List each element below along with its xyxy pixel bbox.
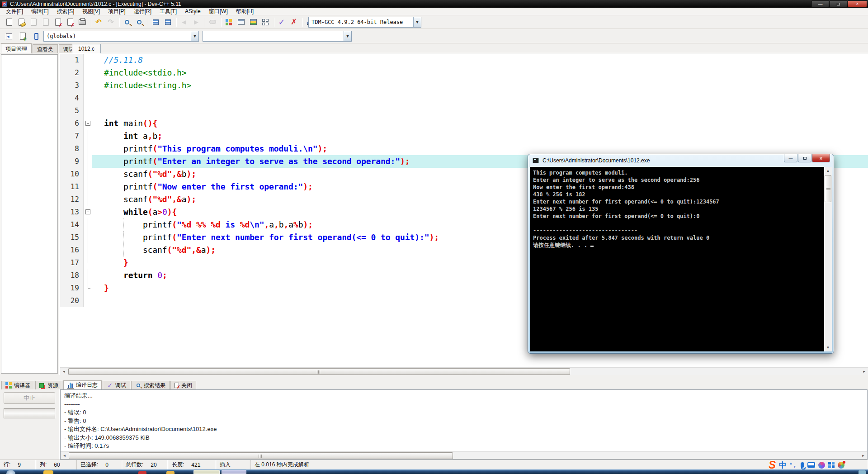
menu-item-F[interactable]: 文件[F] (2, 8, 27, 15)
titlebar[interactable]: D C:\Users\Administrator\Documents\1012.… (0, 0, 868, 8)
toolbox-icon[interactable] (828, 462, 835, 468)
punctuation-icon[interactable]: °， (790, 461, 797, 469)
goto-function-icon[interactable] (162, 17, 173, 28)
left-tab-查看类[interactable]: 查看类 (33, 44, 58, 53)
compile-run-icon[interactable] (248, 17, 259, 28)
goto-line-icon[interactable] (150, 17, 161, 28)
menu-item-T[interactable]: 工具[T] (156, 8, 181, 15)
code-line-6[interactable]: int main(){ (92, 117, 868, 130)
code-line-1[interactable]: //5.11.8 (92, 54, 868, 66)
console-vscroll-thumb[interactable] (825, 175, 831, 202)
back-icon[interactable]: ◀ (179, 17, 189, 28)
menu-item-P[interactable]: 项目[P] (104, 8, 130, 15)
remove-file-icon[interactable] (31, 31, 42, 42)
sogou-logo-icon[interactable]: S (769, 459, 776, 471)
menu-item-V[interactable]: 视图[V] (78, 8, 104, 15)
scroll-left-icon[interactable]: ◂ (60, 368, 68, 375)
console-maximize-button[interactable] (798, 154, 811, 162)
abort-cross-icon[interactable]: ✗ (288, 17, 299, 28)
undo-icon[interactable]: ↶ (93, 17, 104, 28)
scope-select[interactable]: (globals) ▼ (43, 31, 199, 42)
bottom-tab-资源[interactable]: 资源 (35, 381, 62, 389)
bottom-tab-关闭[interactable]: 关闭 (170, 381, 196, 389)
editor-tab-1012c[interactable]: 1012.c (72, 44, 101, 53)
close-all-icon[interactable] (65, 17, 75, 28)
bottom-tab-调试[interactable]: ✓调试 (103, 381, 130, 389)
rebuild-icon[interactable] (260, 17, 271, 28)
console-vscrollbar[interactable]: ▲ ▼ (824, 167, 832, 351)
menu-item-AStyle[interactable]: AStyle (181, 8, 205, 15)
maximize-button[interactable] (830, 0, 847, 7)
forward-icon[interactable]: ▶ (191, 17, 202, 28)
bottom-tab-搜索结果[interactable]: 搜索结果 (131, 381, 170, 389)
code-line-5[interactable] (92, 104, 868, 117)
fold-marker[interactable] (84, 206, 92, 218)
minimize-button[interactable]: — (811, 0, 829, 7)
redo-icon[interactable]: ↷ (105, 17, 116, 28)
compiler-profile-select[interactable]: TDM-GCC 4.9.2 64-bit Release ▼ (308, 17, 421, 28)
close-file-icon[interactable] (52, 17, 63, 28)
skin-brush-icon[interactable] (818, 462, 825, 469)
run-icon[interactable] (236, 17, 246, 28)
abort-button[interactable]: 中止 (4, 392, 55, 404)
effects-icon[interactable] (838, 462, 844, 469)
console-output[interactable]: This program computes moduli.Enter an in… (530, 167, 832, 351)
taskbar-app-icon-yellow[interactable] (166, 471, 175, 474)
menu-item-W[interactable]: 窗口[W] (205, 8, 232, 15)
save-icon[interactable] (28, 17, 39, 28)
code-line-7[interactable]: int a,b; (92, 130, 868, 142)
find-icon[interactable] (122, 17, 132, 28)
code-line-4[interactable] (92, 92, 868, 104)
chinese-mode-icon[interactable]: 中 (779, 460, 787, 470)
bottom-tab-编译日志[interactable]: 编译日志 (63, 380, 102, 389)
menu-item-S[interactable]: 搜索[S] (53, 8, 79, 15)
add-file-icon[interactable] (17, 31, 28, 42)
taskbar-open-window-button[interactable] (193, 470, 220, 474)
scroll-down-icon[interactable]: ▼ (824, 344, 832, 351)
panel-splitter[interactable] (0, 375, 868, 380)
soft-keyboard-icon[interactable] (807, 462, 815, 468)
debug-check-icon[interactable]: ✓ (276, 17, 287, 28)
chevron-down-icon[interactable]: ▼ (191, 31, 198, 41)
taskbar-app-icon-red[interactable] (138, 471, 146, 474)
member-select[interactable]: ▼ (203, 31, 352, 42)
new-project-icon[interactable] (4, 31, 14, 42)
compile-log[interactable]: 编译结果...--------- 错误: 0- 警告: 0- 输出文件名: C:… (60, 389, 868, 460)
scroll-left-icon[interactable]: ◂ (61, 452, 68, 460)
print-icon[interactable] (77, 17, 88, 28)
start-orb-icon[interactable] (6, 470, 15, 474)
left-tab-项目管理[interactable]: 项目管理 (1, 43, 32, 53)
windows-taskbar[interactable] (0, 469, 868, 474)
taskbar-open-window-button[interactable] (222, 470, 246, 474)
bottom-tab-编译器[interactable]: 编译器 (1, 381, 34, 389)
chevron-down-icon[interactable]: ▼ (413, 17, 421, 27)
compile-icon[interactable] (223, 17, 234, 28)
scroll-up-icon[interactable]: ▲ (824, 167, 832, 175)
console-close-button[interactable]: × (812, 154, 830, 162)
open-file-icon[interactable] (16, 17, 27, 28)
scroll-right-icon[interactable]: ▸ (860, 368, 868, 375)
fold-marker[interactable] (84, 117, 92, 130)
replace-icon[interactable] (134, 17, 145, 28)
log-hscroll-thumb[interactable] (69, 452, 453, 459)
editor-hscrollbar[interactable]: ◂ ▸ (60, 367, 868, 375)
log-hscrollbar[interactable]: ◂ ▸ (61, 451, 867, 459)
menu-item-E[interactable]: 编辑[E] (27, 8, 53, 15)
menu-item-R[interactable]: 运行[R] (130, 8, 156, 15)
save-all-icon[interactable] (40, 17, 51, 28)
code-line-8[interactable]: printf("This program computes moduli.\n"… (92, 142, 868, 155)
taskbar-folder-icon[interactable] (43, 470, 53, 474)
code-line-2[interactable]: #include<stdio.h> (92, 66, 868, 79)
close-button[interactable]: × (848, 0, 867, 7)
code-line-3[interactable]: #include<string.h> (92, 79, 868, 92)
console-minimize-button[interactable]: — (784, 154, 797, 162)
editor-hscroll-thumb[interactable] (68, 368, 570, 375)
project-tree[interactable] (1, 54, 58, 374)
console-window[interactable]: C:\Users\Administrator\Documents\1012.ex… (528, 154, 834, 354)
fold-margin[interactable] (84, 54, 92, 307)
breakpoint-icon[interactable] (207, 17, 218, 28)
chevron-down-icon[interactable]: ▼ (344, 31, 351, 41)
microphone-icon[interactable] (801, 462, 804, 468)
new-file-icon[interactable] (4, 17, 14, 28)
menu-item-H[interactable]: 帮助[H] (232, 8, 258, 15)
